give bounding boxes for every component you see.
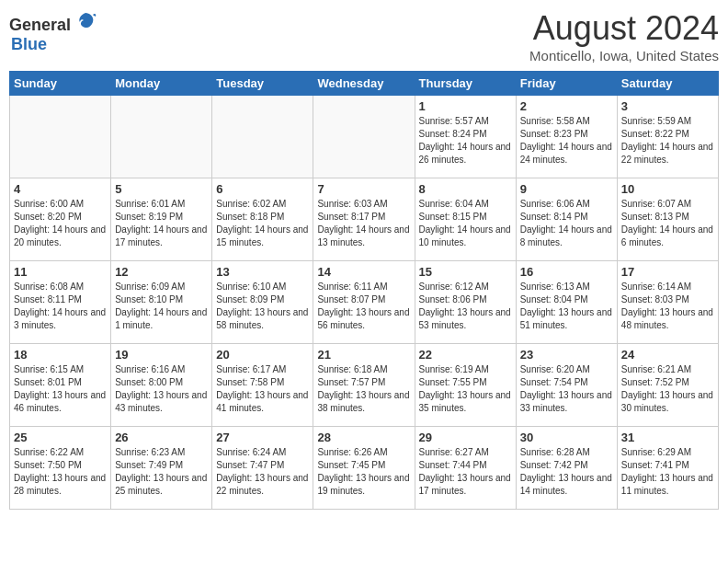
day-info: Sunrise: 5:57 AMSunset: 8:24 PMDaylight:… [419, 115, 512, 167]
day-number: 23 [520, 348, 613, 362]
day-number: 29 [419, 431, 512, 444]
calendar-cell: 10Sunrise: 6:07 AMSunset: 8:13 PMDayligh… [617, 178, 718, 261]
title-block: August 2024 Monticello, Iowa, United Sta… [529, 9, 719, 63]
calendar-cell: 15Sunrise: 6:12 AMSunset: 8:06 PMDayligh… [415, 261, 516, 344]
day-info: Sunrise: 6:11 AMSunset: 8:07 PMDaylight:… [317, 281, 410, 332]
day-number: 9 [520, 182, 613, 196]
day-number: 19 [115, 348, 208, 362]
logo: General Blue [9, 9, 98, 54]
day-info: Sunrise: 6:17 AMSunset: 7:58 PMDaylight:… [216, 363, 309, 415]
day-info: Sunrise: 6:07 AMSunset: 8:13 PMDaylight:… [621, 198, 714, 249]
day-info: Sunrise: 6:02 AMSunset: 8:18 PMDaylight:… [216, 198, 309, 249]
day-number: 7 [317, 182, 410, 196]
logo-bird-icon [73, 9, 98, 40]
day-info: Sunrise: 6:27 AMSunset: 7:44 PMDaylight:… [419, 446, 512, 498]
day-number: 4 [14, 182, 107, 196]
day-number: 10 [621, 182, 714, 196]
day-number: 30 [520, 431, 613, 444]
calendar-subtitle: Monticello, Iowa, United States [529, 48, 719, 63]
day-info: Sunrise: 6:09 AMSunset: 8:10 PMDaylight:… [115, 281, 208, 332]
day-info: Sunrise: 6:20 AMSunset: 7:54 PMDaylight:… [520, 363, 613, 415]
day-number: 5 [115, 182, 208, 196]
calendar-cell: 12Sunrise: 6:09 AMSunset: 8:10 PMDayligh… [111, 261, 212, 344]
day-header-sunday: Sunday [10, 72, 111, 96]
day-number: 14 [317, 265, 410, 279]
calendar-cell: 30Sunrise: 6:28 AMSunset: 7:42 PMDayligh… [516, 427, 617, 510]
day-info: Sunrise: 6:13 AMSunset: 8:04 PMDaylight:… [520, 281, 613, 332]
calendar-cell: 2Sunrise: 5:58 AMSunset: 8:23 PMDaylight… [516, 96, 617, 178]
day-info: Sunrise: 6:19 AMSunset: 7:55 PMDaylight:… [419, 363, 512, 415]
day-header-saturday: Saturday [617, 72, 718, 96]
day-number: 3 [621, 99, 714, 113]
day-number: 6 [216, 182, 309, 196]
day-info: Sunrise: 6:15 AMSunset: 8:01 PMDaylight:… [14, 363, 107, 415]
week-row-3: 18Sunrise: 6:15 AMSunset: 8:01 PMDayligh… [10, 344, 719, 427]
day-number: 25 [14, 431, 107, 444]
day-number: 28 [317, 431, 410, 444]
day-number: 15 [419, 265, 512, 279]
calendar-cell: 20Sunrise: 6:17 AMSunset: 7:58 PMDayligh… [212, 344, 313, 427]
calendar-cell: 5Sunrise: 6:01 AMSunset: 8:19 PMDaylight… [111, 178, 212, 261]
week-row-0: 1Sunrise: 5:57 AMSunset: 8:24 PMDaylight… [10, 96, 719, 178]
day-info: Sunrise: 6:16 AMSunset: 8:00 PMDaylight:… [115, 363, 208, 415]
day-info: Sunrise: 6:03 AMSunset: 8:17 PMDaylight:… [317, 198, 410, 249]
week-row-4: 25Sunrise: 6:22 AMSunset: 7:50 PMDayligh… [10, 427, 719, 510]
day-number: 1 [419, 99, 512, 113]
day-info: Sunrise: 6:14 AMSunset: 8:03 PMDaylight:… [621, 281, 714, 332]
day-info: Sunrise: 6:08 AMSunset: 8:11 PMDaylight:… [14, 281, 107, 332]
logo-general: General [9, 16, 71, 35]
day-number: 2 [520, 99, 613, 113]
day-number: 21 [317, 348, 410, 362]
day-number: 13 [216, 265, 309, 279]
calendar-cell: 19Sunrise: 6:16 AMSunset: 8:00 PMDayligh… [111, 344, 212, 427]
day-info: Sunrise: 6:00 AMSunset: 8:20 PMDaylight:… [14, 198, 107, 249]
day-number: 17 [621, 265, 714, 279]
calendar-cell: 7Sunrise: 6:03 AMSunset: 8:17 PMDaylight… [313, 178, 415, 261]
calendar-cell [10, 96, 111, 178]
week-row-1: 4Sunrise: 6:00 AMSunset: 8:20 PMDaylight… [10, 178, 719, 261]
day-number: 18 [14, 348, 107, 362]
day-info: Sunrise: 6:12 AMSunset: 8:06 PMDaylight:… [419, 281, 512, 332]
day-info: Sunrise: 5:58 AMSunset: 8:23 PMDaylight:… [520, 115, 613, 167]
day-number: 27 [216, 431, 309, 444]
calendar-cell: 11Sunrise: 6:08 AMSunset: 8:11 PMDayligh… [10, 261, 111, 344]
calendar-cell: 17Sunrise: 6:14 AMSunset: 8:03 PMDayligh… [617, 261, 718, 344]
calendar-cell: 31Sunrise: 6:29 AMSunset: 7:41 PMDayligh… [617, 427, 718, 510]
day-info: Sunrise: 6:21 AMSunset: 7:52 PMDaylight:… [621, 363, 714, 415]
day-number: 16 [520, 265, 613, 279]
day-info: Sunrise: 6:01 AMSunset: 8:19 PMDaylight:… [115, 198, 208, 249]
day-info: Sunrise: 6:22 AMSunset: 7:50 PMDaylight:… [14, 446, 107, 498]
day-info: Sunrise: 6:24 AMSunset: 7:47 PMDaylight:… [216, 446, 309, 498]
calendar-cell: 13Sunrise: 6:10 AMSunset: 8:09 PMDayligh… [212, 261, 313, 344]
calendar-header: General Blue August 2024 Monticello, Iow… [9, 9, 719, 63]
day-number: 26 [115, 431, 208, 444]
day-info: Sunrise: 6:28 AMSunset: 7:42 PMDaylight:… [520, 446, 613, 498]
week-row-2: 11Sunrise: 6:08 AMSunset: 8:11 PMDayligh… [10, 261, 719, 344]
calendar-cell: 9Sunrise: 6:06 AMSunset: 8:14 PMDaylight… [516, 178, 617, 261]
day-info: Sunrise: 6:06 AMSunset: 8:14 PMDaylight:… [520, 198, 613, 249]
calendar-cell [111, 96, 212, 178]
day-number: 11 [14, 265, 107, 279]
day-number: 20 [216, 348, 309, 362]
calendar-cell: 4Sunrise: 6:00 AMSunset: 8:20 PMDaylight… [10, 178, 111, 261]
day-number: 31 [621, 431, 714, 444]
logo-blue: Blue [11, 35, 47, 54]
day-header-friday: Friday [516, 72, 617, 96]
calendar-cell: 26Sunrise: 6:23 AMSunset: 7:49 PMDayligh… [111, 427, 212, 510]
calendar-cell [212, 96, 313, 178]
day-info: Sunrise: 6:10 AMSunset: 8:09 PMDaylight:… [216, 281, 309, 332]
day-header-monday: Monday [111, 72, 212, 96]
calendar-cell [313, 96, 415, 178]
day-number: 22 [419, 348, 512, 362]
calendar-cell: 8Sunrise: 6:04 AMSunset: 8:15 PMDaylight… [415, 178, 516, 261]
calendar-cell: 25Sunrise: 6:22 AMSunset: 7:50 PMDayligh… [10, 427, 111, 510]
calendar-cell: 24Sunrise: 6:21 AMSunset: 7:52 PMDayligh… [617, 344, 718, 427]
calendar-cell: 22Sunrise: 6:19 AMSunset: 7:55 PMDayligh… [415, 344, 516, 427]
day-number: 12 [115, 265, 208, 279]
calendar-cell: 6Sunrise: 6:02 AMSunset: 8:18 PMDaylight… [212, 178, 313, 261]
calendar-cell: 16Sunrise: 6:13 AMSunset: 8:04 PMDayligh… [516, 261, 617, 344]
day-header-thursday: Thursday [415, 72, 516, 96]
calendar-table: SundayMondayTuesdayWednesdayThursdayFrid… [9, 71, 719, 510]
calendar-cell: 21Sunrise: 6:18 AMSunset: 7:57 PMDayligh… [313, 344, 415, 427]
day-info: Sunrise: 5:59 AMSunset: 8:22 PMDaylight:… [621, 115, 714, 167]
